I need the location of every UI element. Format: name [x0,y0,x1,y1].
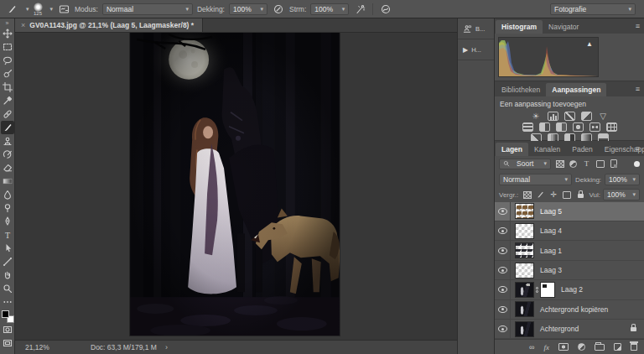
tab-navigator[interactable]: Navigator [543,20,584,34]
layer-thumbnail[interactable] [515,301,534,317]
layer-row-achtergrond[interactable]: Achtergrond [495,320,644,339]
layer-name[interactable]: Laag 1 [540,247,562,255]
filter-smart-object-icon[interactable] [609,159,618,169]
filter-type-layers-icon[interactable]: T [582,159,591,169]
move-tool[interactable] [1,27,14,40]
adjustment-color-balance-icon[interactable] [539,122,550,132]
new-layer-icon[interactable] [614,343,621,351]
brush-panel-toggle-icon[interactable] [57,3,70,16]
dodge-tool[interactable] [1,201,14,215]
panel-menu-icon[interactable]: ≡ [636,85,640,93]
tab-histogram[interactable]: Histogram [496,20,543,34]
layer-name[interactable]: Laag 2 [561,285,583,294]
tab-kanalen[interactable]: Kanalen [528,143,566,156]
layer-filter-select[interactable]: Soort ▾ [499,159,551,169]
history-brush-tool[interactable] [1,148,14,161]
delete-layer-icon[interactable] [631,343,637,351]
layer-thumbnail[interactable] [515,282,534,298]
layer-thumbnail[interactable] [515,223,534,239]
adjustment-levels-icon[interactable] [548,112,558,121]
add-layer-mask-icon[interactable] [558,343,569,351]
marquee-tool[interactable] [1,40,14,54]
layer-fill-select[interactable]: 100% ▾ [603,189,640,200]
panel-menu-icon[interactable]: ≡ [636,22,640,30]
lock-transparent-pixels-icon[interactable] [522,190,532,200]
document-tab[interactable]: × GV0A1143.jpg @ 21,1% (Laag 5, Laagmask… [15,18,203,32]
tool-preset-caret-icon[interactable]: ▾ [26,6,29,13]
blur-tool[interactable] [1,188,14,201]
layer-row-laag-4[interactable]: Laag 4 [495,221,644,241]
layer-row-laag-5[interactable]: Laag 5 [495,202,644,221]
toolbar-collapse-icon[interactable]: » [6,19,9,27]
pen-tool[interactable] [1,215,14,228]
visibility-toggle[interactable] [495,241,511,259]
gradient-tool[interactable] [1,174,14,188]
flow-select[interactable]: 100% ▾ [310,3,349,15]
visibility-toggle[interactable] [495,221,511,240]
crop-tool[interactable] [1,81,14,94]
layer-thumbnail[interactable] [515,263,534,279]
layer-name[interactable]: Laag 4 [540,226,562,235]
foreground-background-colors[interactable] [1,310,14,323]
hand-tool[interactable] [1,268,14,282]
adjustment-hue-saturation-icon[interactable] [522,122,533,132]
layer-opacity-select[interactable]: 100% ▾ [605,174,640,185]
layer-name[interactable]: Achtergrond [540,325,579,333]
layer-blend-mode-select[interactable]: Normaal ▾ [499,174,572,185]
layer-name[interactable]: Laag 5 [540,207,562,216]
type-tool[interactable]: T [1,228,14,242]
eraser-tool[interactable] [1,161,14,174]
histogram-warning-icon[interactable]: ▲ [586,40,593,48]
layer-row-achtergrond-kopieren[interactable]: Achtergrond kopiëren [495,300,644,320]
zoom-tool[interactable] [1,282,14,295]
layer-thumbnail[interactable] [515,242,534,258]
layer-row-laag-3[interactable]: Laag 3 [495,261,644,280]
visibility-toggle[interactable] [495,202,511,221]
tab-aanpassingen[interactable]: Aanpassingen [546,83,606,96]
spot-healing-brush-tool[interactable] [1,107,14,121]
lock-all-icon[interactable] [576,190,585,200]
adjustment-curves-icon[interactable] [564,112,575,121]
tab-bibliotheken[interactable]: Bibliotheken [496,83,546,96]
tab-close-icon[interactable]: × [21,21,25,29]
clone-stamp-tool[interactable] [1,134,14,148]
quick-selection-tool[interactable] [1,67,14,81]
layer-thumbnail[interactable] [515,321,534,337]
lock-image-pixels-icon[interactable] [536,190,545,200]
adjustment-exposure-icon[interactable] [581,112,592,121]
layer-row-laag-1[interactable]: Laag 1 [495,241,644,260]
layer-name[interactable]: Achtergrond kopiëren [540,305,608,314]
visibility-toggle[interactable] [495,300,511,319]
visibility-toggle[interactable] [495,320,511,338]
layer-row-laag-2[interactable]: Laag 2 [495,280,644,299]
brush-picker-caret-icon[interactable]: ▾ [50,6,54,13]
filter-toggle-icon[interactable] [634,161,640,167]
screen-mode-icon[interactable] [1,336,14,350]
brush-tool[interactable] [1,121,14,134]
eyedropper-tool[interactable] [1,94,14,107]
adjustment-brightness-contrast-icon[interactable]: ☀ [531,112,542,121]
layer-thumbnail[interactable] [515,203,534,219]
layer-mask-thumbnail[interactable] [540,282,555,298]
adjustment-color-lookup-icon[interactable] [606,122,617,132]
canvas[interactable] [130,33,340,336]
zoom-level-field[interactable]: 21,12% [25,343,75,351]
blend-mode-select[interactable]: Normaal ▾ [102,3,193,15]
layer-mask-link-icon[interactable] [536,287,538,293]
tab-paden[interactable]: Paden [566,143,599,156]
panel-menu-icon[interactable]: ≡ [636,144,640,153]
foreground-color-swatch[interactable] [2,310,9,318]
adjustment-channel-mixer-icon[interactable] [589,122,600,132]
lock-artboard-icon[interactable] [563,190,572,200]
filter-shape-layers-icon[interactable] [595,159,605,169]
layer-name[interactable]: Laag 3 [540,266,562,274]
filter-adjustment-layers-icon[interactable] [569,159,578,169]
tab-lagen[interactable]: Lagen [496,143,528,156]
lock-position-icon[interactable]: ✛ [549,190,558,200]
shape-tool[interactable] [1,255,14,268]
layer-style-icon[interactable]: fx [544,343,550,351]
status-menu-arrow-icon[interactable]: › [165,343,168,351]
filter-pixel-layers-icon[interactable] [555,159,564,169]
clone-source-panel-button[interactable]: B... [458,18,494,39]
adjustment-photo-filter-icon[interactable] [573,122,584,132]
